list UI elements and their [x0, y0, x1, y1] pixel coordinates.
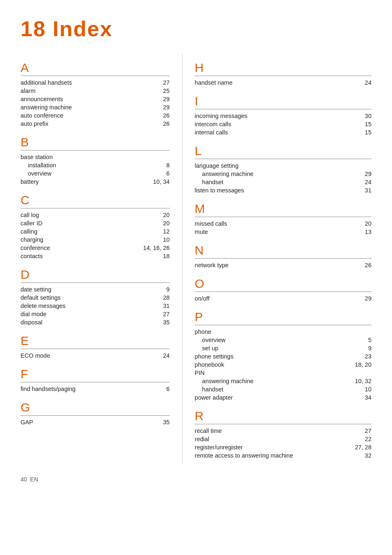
index-label: recall time [195, 428, 222, 434]
index-label: language setting [195, 162, 238, 169]
index-page: 32 [351, 452, 371, 459]
index-row: default settings28 [21, 294, 170, 302]
index-label: power adapter [195, 394, 233, 401]
index-page: 25 [149, 88, 170, 94]
index-row: network type26 [195, 261, 371, 269]
index-label: auto prefix [21, 120, 48, 127]
index-row: calling12 [21, 227, 170, 236]
section-f: Ffind handsets/paging6 [21, 367, 170, 393]
index-page: 10 [149, 236, 170, 243]
section-n: Nnetwork type26 [195, 243, 371, 269]
index-label: default settings [21, 294, 61, 301]
index-label: calling [21, 228, 37, 235]
index-label: dial mode [21, 311, 46, 317]
index-row: power adapter34 [195, 393, 371, 402]
index-row: missed calls20 [195, 220, 371, 228]
section-letter-o: O [195, 277, 371, 292]
index-page: 26 [351, 262, 371, 268]
index-page: 22 [351, 436, 371, 442]
index-page: 20 [351, 220, 371, 227]
section-o: Oon/off29 [195, 277, 371, 303]
section-i: Iincoming messages30intercom calls15inte… [195, 94, 371, 136]
index-page: 24 [351, 179, 371, 185]
index-page: 27 [351, 428, 371, 434]
index-label: handset name [195, 79, 233, 86]
section-a: Aadditional handsets27alarm25announcemen… [21, 61, 170, 128]
index-row: phone [195, 328, 371, 336]
index-label: listen to messages [195, 187, 244, 194]
index-label: auto conference [21, 112, 63, 119]
index-row: handset name24 [195, 79, 371, 87]
right-column: Hhandset name24Iincoming messages30inter… [182, 53, 371, 464]
section-letter-i: I [195, 94, 371, 109]
left-column: Aadditional handsets27alarm25announcemen… [21, 53, 182, 464]
index-label: caller ID [21, 220, 42, 227]
index-row: register/unregister27, 28 [195, 443, 371, 451]
index-row: handset24 [195, 178, 371, 186]
index-label: network type [195, 262, 228, 268]
index-row: incoming messages30 [195, 112, 371, 120]
index-label: announcements [21, 96, 63, 102]
footer-page: 40 [21, 476, 27, 483]
index-label: on/off [195, 295, 210, 302]
page-title: 18 Index [21, 16, 371, 41]
index-row: alarm25 [21, 87, 170, 95]
index-page: 29 [351, 171, 371, 177]
index-row: PIN [195, 369, 371, 377]
section-letter-f: F [21, 367, 170, 382]
index-row: recall time27 [195, 427, 371, 435]
index-label: conference [21, 245, 50, 251]
index-label: handset [195, 386, 224, 393]
index-label: phonebook [195, 361, 224, 368]
index-label: overview [195, 337, 226, 343]
index-label: phone [195, 328, 211, 335]
index-row: language setting [195, 162, 371, 170]
index-row: internal calls15 [195, 128, 371, 136]
section-letter-c: C [21, 193, 170, 208]
index-row: caller ID20 [21, 219, 170, 227]
index-label: handset [195, 179, 224, 185]
index-page: 10 [351, 386, 371, 393]
index-page: 28 [149, 294, 170, 301]
section-letter-d: D [21, 268, 170, 283]
index-page: 15 [351, 121, 371, 127]
index-page: 29 [351, 295, 371, 302]
index-row: auto prefix26 [21, 120, 170, 128]
section-l: Llanguage settinganswering machine29hand… [195, 144, 371, 194]
index-label: PIN [195, 370, 205, 376]
index-label: register/unregister [195, 444, 243, 451]
index-page: 9 [149, 286, 170, 293]
index-label: base station [21, 154, 53, 160]
index-page: 6 [149, 386, 170, 392]
index-row: disposal35 [21, 318, 170, 326]
index-page: 29 [149, 96, 170, 102]
index-page: 31 [149, 303, 170, 309]
index-row: phonebook18, 20 [195, 361, 371, 369]
section-letter-b: B [21, 135, 170, 150]
index-label: answering machine [195, 378, 254, 384]
index-page: 26 [149, 120, 170, 127]
index-row: mute13 [195, 228, 371, 236]
index-label: answering machine [21, 104, 72, 111]
section-letter-h: H [195, 61, 371, 76]
index-row: battery10, 34 [21, 178, 170, 186]
index-page: 18 [149, 253, 170, 259]
index-row: ECO mode24 [21, 352, 170, 360]
section-letter-g: G [21, 400, 170, 416]
section-m: Mmissed calls20mute13 [195, 202, 371, 236]
index-row: announcements29 [21, 95, 170, 103]
index-page: 27, 28 [351, 444, 371, 451]
section-r: Rrecall time27redial22register/unregiste… [195, 409, 371, 460]
index-row: handset10 [195, 385, 371, 393]
section-letter-p: P [195, 310, 371, 325]
footer: 40 EN [21, 476, 371, 483]
index-row: answering machine29 [195, 170, 371, 178]
index-row: contacts18 [21, 252, 170, 260]
section-h: Hhandset name24 [195, 61, 371, 87]
index-row: installation8 [21, 161, 170, 169]
index-page: 34 [351, 394, 371, 401]
index-page: 23 [351, 353, 371, 360]
index-label: contacts [21, 253, 43, 259]
index-label: additional handsets [21, 79, 72, 86]
section-e: EECO mode24 [21, 334, 170, 360]
